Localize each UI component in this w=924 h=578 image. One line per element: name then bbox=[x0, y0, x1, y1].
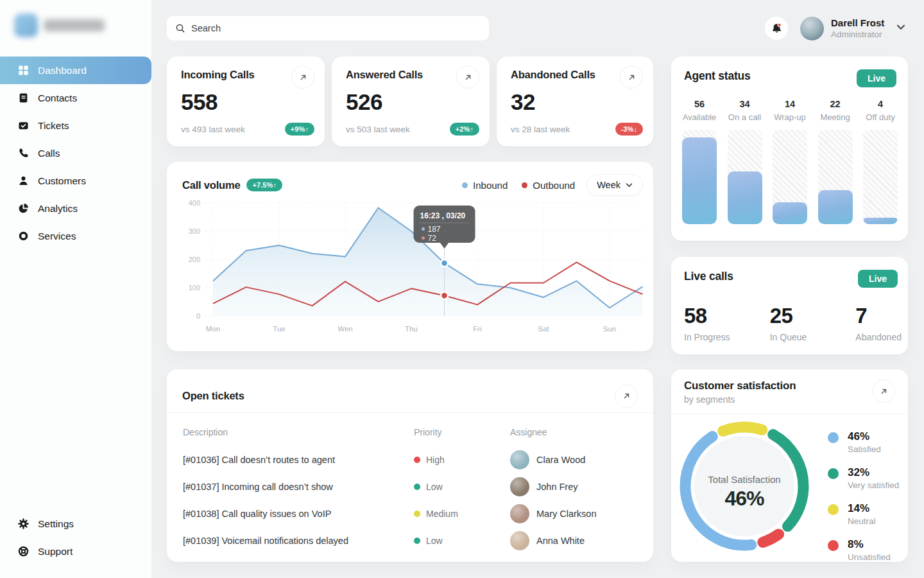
priority-dot bbox=[414, 484, 420, 490]
table-row[interactable]: [#01037] Incoming call doesn’t show Low … bbox=[167, 473, 653, 500]
ticket-priority: Low bbox=[414, 482, 510, 492]
sidebar-item-label: Support bbox=[38, 546, 73, 557]
bar bbox=[773, 202, 807, 224]
ticket-assignee: Clara Wood bbox=[510, 450, 653, 469]
ticket-description: [#01038] Call quality issues on VoIP bbox=[183, 509, 414, 519]
sidebar-item-dashboard[interactable]: Dashboard bbox=[0, 57, 151, 84]
range-selector[interactable]: Week bbox=[586, 174, 643, 196]
bar-track bbox=[863, 130, 898, 224]
legend-dot bbox=[828, 504, 839, 515]
ticket-assignee: Mary Clarkson bbox=[510, 504, 653, 523]
search-input[interactable] bbox=[191, 23, 481, 33]
sidebar-item-label: Settings bbox=[38, 518, 74, 530]
svg-text:Wen: Wen bbox=[338, 325, 352, 333]
contacts-icon bbox=[17, 92, 29, 104]
kpi-comparison: vs 503 last week bbox=[346, 125, 410, 134]
notifications-button[interactable] bbox=[765, 17, 788, 40]
satisfaction-legend: 46%Satisfied 32%Very satisfied 14%Neutra… bbox=[828, 430, 899, 574]
user-name: Darell Frost bbox=[831, 17, 884, 30]
sidebar-item-label: Contacts bbox=[38, 92, 77, 104]
app-logo bbox=[14, 13, 105, 37]
arrow-up-right-icon bbox=[880, 387, 888, 396]
gear-icon bbox=[17, 518, 29, 530]
sidebar-item-customers[interactable]: Customers bbox=[0, 167, 151, 195]
svg-text:200: 200 bbox=[189, 256, 200, 263]
col-description: Description bbox=[183, 427, 414, 437]
svg-text:Sat: Sat bbox=[538, 325, 549, 333]
live-calls-card: Live calls Live 58 In Progress 25 In Que… bbox=[671, 257, 908, 355]
svg-text:Sun: Sun bbox=[603, 325, 616, 333]
user-menu[interactable]: Darell Frost Administrator bbox=[831, 17, 884, 40]
bar-track bbox=[773, 130, 807, 224]
legend-item-satisfied: 46%Satisfied bbox=[828, 430, 899, 454]
sidebar-item-label: Tickets bbox=[38, 120, 69, 132]
kpi-value: 32 bbox=[511, 89, 639, 115]
legend-item-unsatisfied: 8%Unsatisfied bbox=[828, 538, 899, 562]
col-assignee: Assignee bbox=[510, 427, 653, 437]
search-bar bbox=[167, 16, 489, 40]
svg-text:187: 187 bbox=[428, 225, 441, 234]
bar bbox=[863, 218, 898, 224]
sidebar-item-analytics[interactable]: Analytics bbox=[0, 195, 151, 222]
search-icon bbox=[175, 23, 185, 33]
legend-item-very-satisfied: 32%Very satisfied bbox=[828, 466, 899, 490]
kpi-card-abandoned-calls: Abandoned Calls 32 vs 28 last week -3%↓ bbox=[497, 57, 653, 146]
sidebar-item-services[interactable]: Services bbox=[0, 222, 151, 250]
kpi-change-badge: +9%↑ bbox=[285, 123, 314, 136]
chevron-down-icon[interactable] bbox=[896, 24, 905, 30]
table-row[interactable]: [#01036] Call doesn’t routes to agent Hi… bbox=[167, 446, 653, 473]
arrow-up-right-icon bbox=[628, 73, 636, 82]
person-icon bbox=[17, 175, 29, 187]
kpi-comparison: vs 28 last week bbox=[511, 125, 570, 134]
open-details-button[interactable] bbox=[456, 66, 479, 89]
live-calls-title: Live calls bbox=[684, 270, 733, 283]
sidebar-item-calls[interactable]: Calls bbox=[0, 139, 151, 167]
outbound-dot bbox=[522, 182, 527, 188]
legend-item-neutral: 14%Neutral bbox=[828, 502, 899, 526]
legend-outbound: Outbound bbox=[522, 180, 575, 191]
ticket-description: [#01039] Voicemail notifications delayed bbox=[183, 536, 414, 546]
agent-col-meeting: 22 Meeting bbox=[817, 99, 853, 224]
satisfaction-donut: Total Satisfaction46% bbox=[676, 418, 812, 554]
kpi-card-incoming-calls: Incoming Calls 558 vs 493 last week +9%↑ bbox=[167, 57, 325, 146]
arrow-up-right-icon bbox=[464, 73, 472, 82]
ring-icon bbox=[17, 231, 29, 242]
open-tickets-title: Open tickets bbox=[182, 390, 244, 402]
legend-inbound: Inbound bbox=[462, 180, 508, 191]
agent-col-wrap-up: 14 Wrap-up bbox=[772, 99, 808, 224]
ticket-priority: Medium bbox=[414, 509, 510, 519]
agent-status-chart: 56 Available 34 On a call 14 Wrap-up 22 … bbox=[681, 99, 898, 224]
stat-in-queue: 25 In Queue bbox=[770, 304, 856, 342]
svg-text:400: 400 bbox=[189, 199, 200, 207]
sidebar-item-support[interactable]: Support bbox=[0, 538, 151, 565]
open-details-button[interactable] bbox=[620, 66, 643, 89]
avatar bbox=[510, 504, 529, 523]
svg-text:100: 100 bbox=[189, 284, 200, 292]
sidebar-item-settings[interactable]: Settings bbox=[0, 510, 151, 538]
priority-dot bbox=[414, 457, 420, 463]
kpi-change-badge: -3%↓ bbox=[615, 123, 643, 136]
open-details-button[interactable] bbox=[872, 380, 895, 403]
ticket-description: [#01036] Call doesn’t routes to agent bbox=[183, 455, 414, 465]
table-row[interactable]: [#01039] Voicemail notifications delayed… bbox=[167, 527, 653, 554]
pie-chart-icon bbox=[17, 203, 29, 215]
open-details-button[interactable] bbox=[615, 385, 638, 408]
call-volume-chart: 0100200300400MonTueWenThuFriSatSun16:23 … bbox=[176, 195, 653, 343]
open-details-button[interactable] bbox=[291, 66, 314, 89]
legend-dot bbox=[828, 540, 839, 551]
ticket-description: [#01037] Incoming call doesn’t show bbox=[183, 482, 414, 492]
live-badge: Live bbox=[858, 270, 898, 288]
dashboard-icon bbox=[17, 65, 29, 76]
kpi-card-answered-calls: Answered Calls 526 vs 503 last week +2%↑ bbox=[332, 57, 490, 146]
bar bbox=[728, 171, 762, 224]
table-row[interactable]: [#01038] Call quality issues on VoIP Med… bbox=[167, 500, 653, 527]
agent-col-off-duty: 4 Off duty bbox=[862, 99, 898, 224]
sidebar-item-contacts[interactable]: Contacts bbox=[0, 84, 151, 112]
avatar bbox=[510, 531, 529, 550]
svg-text:46%: 46% bbox=[724, 487, 764, 510]
arrow-up-right-icon bbox=[299, 73, 307, 82]
phone-icon bbox=[17, 148, 29, 159]
user-avatar[interactable] bbox=[800, 17, 824, 40]
sidebar-item-tickets[interactable]: Tickets bbox=[0, 112, 151, 139]
sidebar-item-label: Dashboard bbox=[38, 65, 87, 76]
